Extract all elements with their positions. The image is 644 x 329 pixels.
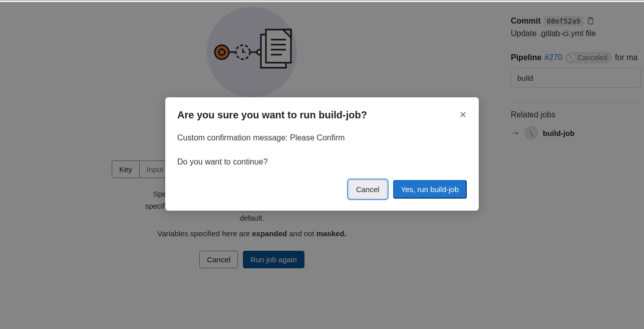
confirm-modal: Are you sure you want to run build-job? … — [165, 97, 479, 211]
modal-message-2: Do you want to continue? — [177, 156, 467, 168]
close-icon[interactable]: ✕ — [457, 107, 469, 122]
modal-title: Are you sure you want to run build-job? — [177, 109, 467, 121]
modal-footer: Cancel Yes, run build-job — [177, 180, 467, 199]
modal-cancel-button[interactable]: Cancel — [349, 180, 387, 199]
modal-message-1: Custom confirmation message: Please Conf… — [177, 132, 467, 144]
modal-confirm-button[interactable]: Yes, run build-job — [393, 180, 467, 199]
modal-body: Custom confirmation message: Please Conf… — [177, 132, 467, 168]
modal-overlay[interactable]: Are you sure you want to run build-job? … — [0, 2, 644, 329]
